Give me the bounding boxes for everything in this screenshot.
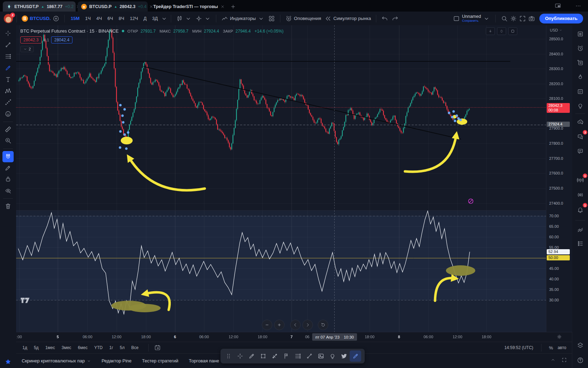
replay-button[interactable]: Симулятор рынка [323,15,372,22]
percent-scale-button[interactable]: % [549,345,553,350]
object-tree[interactable] [575,340,586,351]
time-axis[interactable]: :00506:0012:0018:00606:0012:0018:0070618… [16,332,572,342]
chart-area[interactable]: BTC Perpetual Futures Contract · 15 · BI… [16,25,546,332]
emoji-tool[interactable] [2,108,14,120]
timezone-settings-icon[interactable] [556,334,562,340]
drawing-mode[interactable] [2,162,14,173]
bottom-tab-2[interactable]: Тестер стратегий [142,358,178,363]
image-tool[interactable] [315,350,327,362]
zoom-in-tool[interactable] [2,135,14,146]
settings-gear-icon[interactable] [510,15,517,22]
price-chart-canvas[interactable] [16,25,546,332]
scroll-right-button[interactable] [302,320,313,330]
forecast-tool[interactable] [2,97,14,108]
alerts-panel[interactable] [575,43,586,54]
range-3мес[interactable]: 3мес [62,345,71,350]
bottom-tab-0[interactable]: Скринер криптовалютных пар [22,358,91,363]
hide-drawings[interactable] [2,185,14,196]
timeframe-3д[interactable]: 3Д [149,16,161,21]
streams[interactable]: 1 [575,175,586,186]
new-tab-button[interactable] [230,4,236,9]
live[interactable] [575,189,586,200]
favorites-star-button[interactable] [2,356,14,367]
chevron-down-icon[interactable] [161,15,168,22]
timeframe-1ч[interactable]: 1Ч [82,16,93,21]
range-YTD[interactable]: YTD [94,345,103,350]
screenshot-camera-icon[interactable] [528,15,535,22]
magnet-mode[interactable] [2,151,14,162]
hotlists[interactable] [575,71,586,83]
brush-tool[interactable] [2,62,14,74]
timeframe-15m[interactable]: 15M [68,16,82,21]
timeframe-д[interactable]: Д [141,16,149,21]
idea-tool[interactable] [327,350,338,362]
twitter-tool[interactable] [338,350,350,362]
active-brush-tool[interactable] [350,350,361,362]
private-chat[interactable] [575,146,586,157]
range-1д[interactable]: 1д [22,345,27,350]
timeframe-8ч[interactable]: 8Ч [116,16,127,21]
currency-selector[interactable]: USD [550,28,562,32]
clock-utc[interactable]: 14:59:52 (UTC) [504,345,533,350]
compare-button[interactable] [194,15,213,22]
search-icon[interactable] [501,15,508,22]
price-axis[interactable]: USD 28500.028400.028300.028200.028100.02… [546,25,572,332]
notifications[interactable]: 1 [575,204,586,215]
legend-collapse-button[interactable]: 2 [20,46,34,52]
range-6мес[interactable]: 6мес [78,345,88,350]
bottom-tab-3[interactable]: Торговая пане [189,358,219,363]
auto-scale-button[interactable]: авто [558,345,566,350]
brush-tool[interactable] [246,350,257,362]
chart-legend[interactable]: BTC Perpetual Futures Contract · 15 · BI… [20,28,285,34]
ask-price[interactable]: 28042.4 [51,36,72,43]
tab-trader-sti[interactable]: Трейдер TraderSTI — торговы [150,1,227,12]
watchlist[interactable] [575,28,586,40]
collapse-pane-button[interactable] [497,27,506,35]
rectangle-tool[interactable] [257,350,269,362]
timeframe-4ч[interactable]: 4Ч [93,16,105,21]
maximize-pane-button[interactable] [508,27,517,35]
zoom-out-button[interactable] [262,320,272,330]
range-5л[interactable]: 5л [120,345,125,350]
help[interactable] [575,355,586,366]
undo-button[interactable] [379,15,390,22]
layout-icon[interactable] [453,15,460,22]
crosshair-tool[interactable] [2,28,14,39]
maximize-panel-icon[interactable] [561,357,567,363]
chevron-down-icon[interactable] [483,15,490,22]
calendar[interactable] [575,86,586,97]
add-symbol-icon[interactable] [52,15,59,22]
reset-chart-button[interactable] [318,320,328,330]
indicators-button[interactable]: Индикаторы [219,15,266,22]
dom-panel[interactable] [575,238,586,249]
chart-style-button[interactable] [174,15,194,22]
publish-button[interactable]: Опубликовать [539,14,583,23]
go-to-date-icon[interactable] [154,344,161,351]
save-label[interactable]: Сохранить [462,19,478,23]
chats[interactable]: 3 [575,131,586,142]
scroll-left-button[interactable] [290,320,301,330]
zoom-in-button[interactable] [274,320,285,330]
measure-ruler-tool[interactable] [2,124,14,135]
fib-tool[interactable] [292,350,303,362]
more-dots-icon[interactable] [575,2,582,9]
floating-drawing-toolbar[interactable] [220,349,365,363]
symbol-search-button[interactable]: B BTCUSD. [20,15,61,22]
pip-icon[interactable] [554,2,561,9]
tradingview-logo[interactable] [20,297,31,305]
layout-name-button[interactable]: Unnamed Сохранить [462,14,481,23]
trendline-tool[interactable] [2,39,14,50]
text-tool[interactable] [2,74,14,85]
range-1мес[interactable]: 1мес [45,345,55,350]
expand-panel-icon[interactable] [550,357,556,363]
timeframe-12ч[interactable]: 12Ч [127,16,141,21]
range-5д[interactable]: 5д [34,345,39,350]
tab-ethusdt[interactable]: ETHUSDT.P ▲ 1867.77 +0.2 [3,1,76,12]
timeframe-6ч[interactable]: 6Ч [105,16,116,21]
notes[interactable] [575,57,586,68]
close-icon[interactable] [220,5,225,9]
crosshair-tool[interactable] [234,350,246,362]
alerts-button[interactable]: Оповещения [284,15,323,22]
xabcd-pattern-tool[interactable] [2,86,14,97]
range-Все[interactable]: Все [131,345,139,350]
